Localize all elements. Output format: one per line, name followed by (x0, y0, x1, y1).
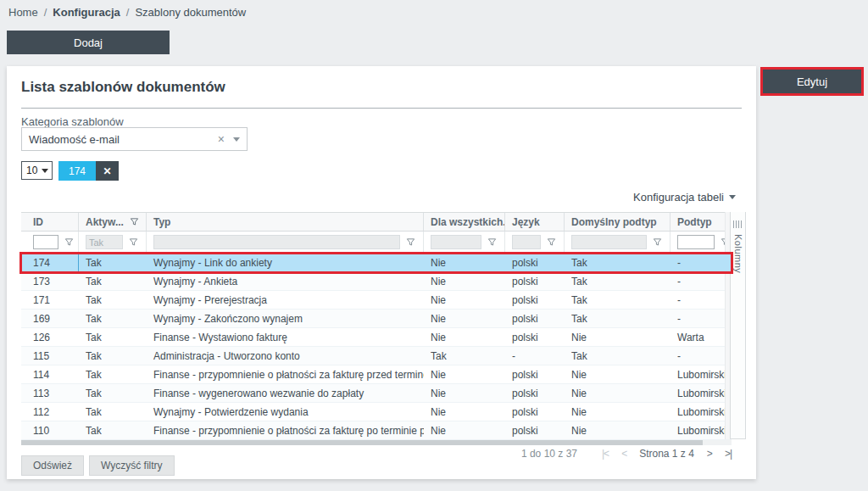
cell-for-all: Nie (424, 254, 505, 271)
table-config-label: Konfiguracja tabeli (633, 191, 724, 204)
cell-subtype: Lubomirski (670, 384, 732, 402)
cell-language: polski (505, 328, 565, 346)
cell-subtype: Lubomirski (670, 421, 732, 439)
cell-active: Tak (79, 347, 147, 365)
cell-language: - (505, 347, 565, 365)
cell-type: Administracja - Utworzono konto (147, 347, 424, 365)
id-filter-chip[interactable]: 174 ✕ (58, 161, 119, 181)
table-row[interactable]: 112 Tak Wynajmy - Potwierdzenie wydania … (21, 403, 732, 421)
templates-table: ID Aktyw... Typ Dla wszystkich... Język … (21, 212, 732, 440)
filter-funnel-icon[interactable] (64, 237, 74, 247)
title-divider (21, 108, 742, 109)
cell-default-subtype: Tak (565, 254, 670, 271)
cell-for-all: Nie (424, 384, 505, 402)
cell-active: Tak (79, 384, 147, 402)
cell-default-subtype: Nie (565, 421, 670, 439)
cell-for-all: Nie (424, 291, 505, 309)
filter-funnel-icon[interactable] (406, 237, 415, 247)
table-row[interactable]: 126 Tak Finanse - Wystawiono fakturę Nie… (21, 328, 732, 347)
category-label: Kategoria szablonów (21, 115, 124, 128)
column-header-id[interactable]: ID (21, 213, 79, 231)
cell-type: Wynajmy - Ankieta (147, 272, 424, 290)
cell-id: 115 (21, 347, 79, 365)
prev-page-icon[interactable]: < (621, 448, 626, 460)
column-header-active[interactable]: Aktyw... (79, 213, 147, 231)
first-page-icon[interactable]: |< (602, 448, 609, 460)
cell-for-all: Nie (424, 421, 505, 439)
table-config-button[interactable]: Konfiguracja tabeli (633, 191, 736, 204)
cell-language: polski (505, 254, 565, 271)
cell-type: Wynajmy - Prerejestracja (147, 291, 424, 309)
clear-category-icon[interactable]: × (218, 132, 225, 146)
table-row[interactable]: 110 Tak Finanse - przypomnienie o płatno… (21, 421, 732, 440)
cell-active: Tak (79, 310, 147, 327)
cell-default-subtype: Tak (565, 291, 670, 309)
cell-default-subtype: Tak (565, 272, 670, 290)
cell-type: Finanse - przypomnienie o płatności za f… (147, 421, 424, 439)
table-filter-row (21, 232, 732, 254)
clear-filters-button[interactable]: Wyczyść filtry (89, 455, 175, 476)
filter-id-input[interactable] (33, 235, 58, 249)
cell-active: Tak (79, 403, 147, 421)
cell-type: Finanse - Wystawiono fakturę (147, 328, 424, 346)
page-size-select[interactable]: 10 (21, 161, 53, 180)
column-header-language[interactable]: Język (505, 213, 565, 231)
columns-side-tab[interactable]: Kolumny (730, 212, 746, 439)
column-header-for-all[interactable]: Dla wszystkich... (424, 213, 505, 231)
filter-funnel-icon[interactable] (547, 237, 556, 247)
category-select[interactable]: Wiadomość e-mail × (21, 127, 248, 151)
cell-language: polski (505, 272, 565, 290)
filter-type-input (153, 235, 400, 249)
breadcrumb-home[interactable]: Home (8, 6, 38, 19)
column-header-subtype[interactable]: Podtyp (670, 213, 732, 231)
cell-default-subtype: Nie (565, 365, 670, 383)
chevron-down-icon (729, 195, 736, 199)
cell-active: Tak (79, 254, 147, 271)
last-page-icon[interactable]: >| (725, 448, 732, 460)
cell-for-all: Nie (424, 310, 505, 327)
table-row[interactable]: 113 Tak Finanse - wygenerowano wezwanie … (21, 384, 732, 403)
filter-funnel-icon[interactable] (487, 237, 497, 247)
horizontal-scrollbar[interactable] (21, 440, 732, 445)
table-row[interactable]: 115 Tak Administracja - Utworzono konto … (21, 347, 732, 365)
cell-active: Tak (79, 328, 147, 346)
filter-subtype-input[interactable] (677, 235, 715, 249)
cell-active: Tak (79, 365, 147, 383)
table-row[interactable]: 114 Tak Finanse - przypomnienie o płatno… (21, 365, 732, 384)
pagination-range: 1 do 10 z 37 (521, 448, 577, 460)
cell-subtype: - (670, 347, 732, 365)
table-row[interactable]: 169 Tak Wynajmy - Zakończono wynajem Nie… (21, 310, 732, 328)
cell-id: 110 (21, 421, 79, 439)
breadcrumb-current: Szablony dokumentów (135, 6, 246, 19)
chip-close-icon[interactable]: ✕ (96, 161, 119, 181)
cell-active: Tak (79, 272, 147, 290)
column-header-default-subtype[interactable]: Domyślny podtyp (565, 213, 670, 231)
cell-for-all: Nie (424, 403, 505, 421)
cell-for-all: Nie (424, 365, 505, 383)
cell-active: Tak (79, 291, 147, 309)
cell-default-subtype: Tak (565, 347, 670, 365)
cell-id: 113 (21, 384, 79, 402)
cell-id: 174 (21, 254, 79, 271)
table-row[interactable]: 171 Tak Wynajmy - Prerejestracja Nie pol… (21, 291, 732, 310)
filter-funnel-icon[interactable] (129, 237, 138, 247)
refresh-button[interactable]: Odśwież (21, 455, 84, 476)
panel-title: Lista szablonów dokumentów (21, 79, 225, 96)
next-page-icon[interactable]: > (707, 448, 712, 460)
filter-funnel-icon[interactable] (653, 237, 662, 247)
cell-default-subtype: Nie (565, 403, 670, 421)
cell-active: Tak (79, 421, 147, 439)
cell-default-subtype: Tak (565, 310, 670, 327)
table-body: 174 Tak Wynajmy - Link do ankiety Nie po… (21, 254, 732, 440)
cell-subtype: - (670, 254, 732, 271)
add-button[interactable]: Dodaj (7, 31, 170, 54)
breadcrumb-konfiguracja[interactable]: Konfiguracja (53, 6, 120, 19)
table-row[interactable]: 173 Tak Wynajmy - Ankieta Nie polski Tak… (21, 272, 732, 291)
column-header-type[interactable]: Typ (147, 213, 424, 231)
edit-button[interactable]: Edytuj (763, 70, 861, 93)
cell-subtype: - (670, 291, 732, 309)
category-value: Wiadomość e-mail (29, 133, 218, 146)
table-row[interactable]: 174 Tak Wynajmy - Link do ankiety Nie po… (21, 254, 732, 272)
cell-language: polski (505, 421, 565, 439)
cell-id: 173 (21, 272, 79, 290)
